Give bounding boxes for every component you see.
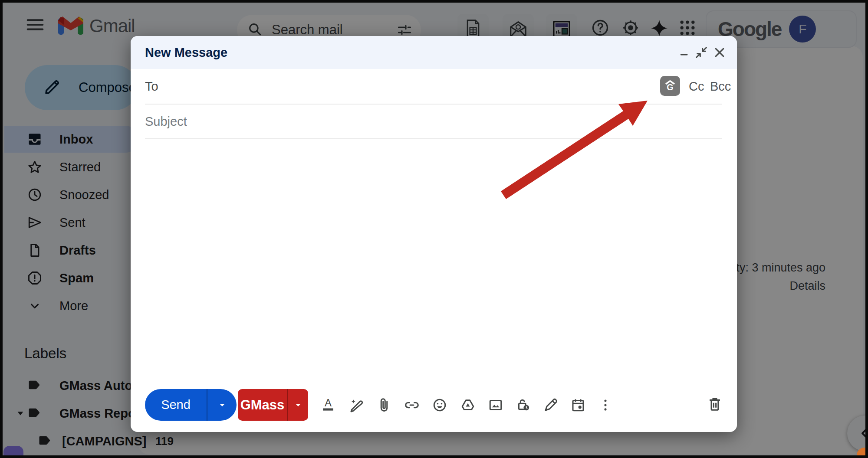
gmass-send-button[interactable]: GMass: [238, 389, 288, 421]
screenshot-border: [0, 0, 3, 458]
gmail-app: Gmail Search mail: [0, 0, 868, 458]
discard-draft-trash-icon[interactable]: [707, 396, 724, 413]
gmass-recipients-icon[interactable]: G: [660, 76, 680, 96]
drive-icon[interactable]: [459, 396, 477, 414]
signature-pen-icon[interactable]: [542, 396, 559, 414]
send-button[interactable]: Send: [145, 389, 207, 421]
cc-button[interactable]: Cc: [689, 79, 704, 94]
insert-photo-icon[interactable]: [487, 396, 504, 414]
insert-emoji-icon[interactable]: [431, 396, 448, 414]
subject-input[interactable]: [145, 105, 722, 138]
schedule-calendar-icon[interactable]: [569, 396, 587, 414]
screenshot-border: [0, 455, 868, 458]
confidential-mode-icon[interactable]: [515, 396, 532, 414]
subject-field[interactable]: [145, 105, 722, 139]
send-options-dropdown[interactable]: [207, 389, 237, 421]
help-me-write-icon[interactable]: [348, 396, 365, 414]
to-field[interactable]: To G Cc Bcc: [145, 69, 722, 105]
gmass-options-dropdown[interactable]: [288, 389, 308, 421]
bcc-button[interactable]: Bcc: [710, 79, 731, 94]
svg-text:G: G: [667, 82, 673, 92]
compose-header[interactable]: New Message: [131, 36, 737, 69]
close-icon[interactable]: [710, 43, 729, 62]
more-options-icon[interactable]: [597, 396, 614, 414]
send-label: Send: [161, 398, 191, 412]
message-body[interactable]: [145, 140, 722, 383]
gmass-label: GMass: [240, 397, 285, 413]
svg-text:A: A: [325, 397, 332, 409]
compose-title: New Message: [145, 46, 227, 60]
to-label: To: [145, 79, 158, 94]
compose-window: New Message To G Cc Bcc: [131, 36, 737, 432]
screenshot-border: [865, 0, 868, 458]
screenshot-border: [0, 0, 868, 3]
attach-file-icon[interactable]: [375, 396, 393, 414]
gmass-split-button: GMass: [238, 389, 308, 421]
send-split-button: Send: [145, 389, 237, 421]
insert-link-icon[interactable]: [403, 396, 421, 414]
formatting-options-icon[interactable]: A: [321, 396, 338, 414]
exit-fullscreen-icon[interactable]: [692, 43, 711, 62]
